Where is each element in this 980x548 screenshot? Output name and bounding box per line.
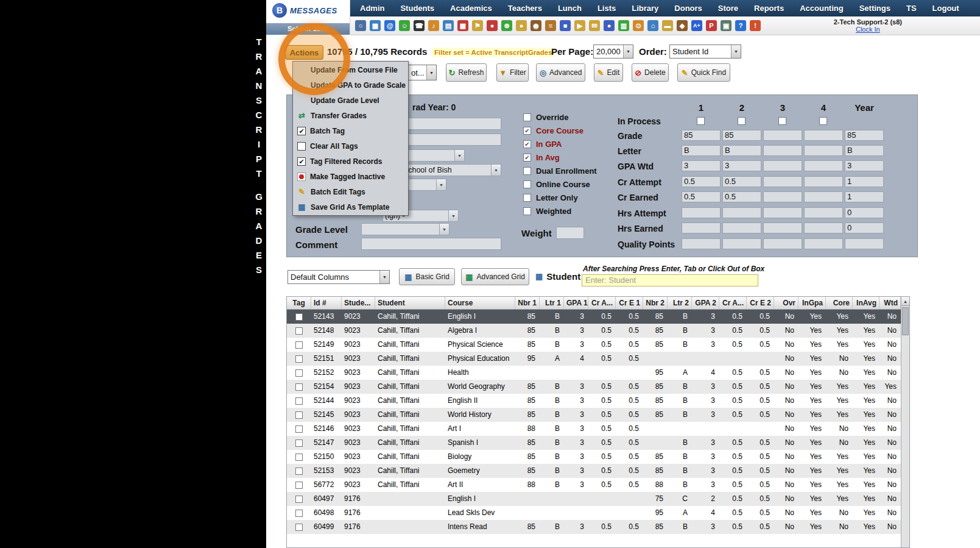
row-tag-checkbox[interactable]	[295, 468, 303, 475]
term-grid-cell[interactable]: B	[722, 145, 761, 156]
menu-item-tag-filtered-records[interactable]: ✔Tag Filtered Records	[294, 154, 407, 169]
term-grid-cell[interactable]: 0.5	[682, 176, 721, 187]
family-icon[interactable]: ◉	[531, 20, 541, 31]
row-tag-checkbox[interactable]	[295, 355, 303, 363]
term-grid-cell[interactable]	[845, 238, 884, 249]
calendar-icon[interactable]: ▦	[457, 20, 468, 31]
term-grid-cell[interactable]	[804, 160, 843, 171]
menu-item-update-from-course-file[interactable]: Update From Course File	[294, 62, 407, 77]
table-row[interactable]: 521519023Cahill, TiffaniPhysical Educati…	[287, 352, 901, 366]
nav-item-students[interactable]: Students	[400, 4, 434, 13]
term-grid-cell[interactable]	[682, 207, 721, 218]
form-checkbox-override[interactable]: Override	[523, 113, 597, 121]
form-checkbox-in-gpa[interactable]: ✔In GPA	[523, 140, 597, 148]
table-row[interactable]: 521539023Cahill, TiffaniGoemetry85B30.50…	[287, 464, 901, 478]
staff-person-icon[interactable]: ●	[604, 20, 615, 31]
checkbox-icon[interactable]: ✔	[523, 140, 531, 148]
checkbox-icon[interactable]	[523, 113, 531, 121]
menu-item-transfer-grades[interactable]: ⇄Transfer Grades	[294, 108, 407, 123]
checkbox-icon[interactable]: ✔	[523, 127, 531, 135]
menu-item-save-grid-as-template[interactable]: ▦Save Grid As Template	[294, 199, 407, 215]
row-tag-checkbox[interactable]	[295, 510, 303, 517]
table-row[interactable]: 521439023Cahill, TiffaniEnglish I85B30.5…	[287, 310, 901, 324]
chat-icon[interactable]: ☺	[399, 20, 410, 31]
term-grid-cell[interactable]	[804, 207, 843, 218]
term-grid-cell[interactable]	[804, 222, 843, 233]
term-grid-cell[interactable]	[763, 176, 802, 187]
forward-doc-icon[interactable]: ▶	[574, 20, 585, 31]
nav-item-lunch[interactable]: Lunch	[558, 4, 582, 13]
printer-icon[interactable]: ▣	[721, 20, 731, 31]
term-grid-cell[interactable]	[804, 238, 843, 249]
column-header-gpa-1[interactable]: GPA 1	[564, 297, 588, 309]
checkbox-icon[interactable]	[523, 167, 531, 175]
term-grid-cell[interactable]	[763, 222, 802, 233]
term-grid-cell[interactable]: B	[682, 145, 721, 156]
form-checkbox-core-course[interactable]: ✔Core Course	[523, 126, 597, 135]
menu-item-update-gpa-to-grade-scale[interactable]: Update GPA to Grade Scale	[294, 77, 407, 93]
term-grid-cell[interactable]	[804, 130, 843, 141]
row-tag-checkbox[interactable]	[295, 383, 303, 391]
order-select[interactable]: Student Id▼	[669, 44, 741, 59]
lunch-icon[interactable]: ≡	[545, 20, 556, 31]
table-row[interactable]: 604979176English I75C20.50.5NoYesYesYesN…	[287, 492, 901, 506]
checkbox-icon[interactable]	[523, 207, 531, 215]
column-header-course[interactable]: Course	[445, 297, 515, 309]
term-grid-cell[interactable]: 1	[845, 176, 884, 187]
form-checkbox-letter-only[interactable]: Letter Only	[523, 193, 597, 202]
notebook-icon[interactable]: ■	[560, 20, 571, 31]
table-scrollbar[interactable]: ▲	[901, 297, 909, 547]
student-red-icon[interactable]: ●	[487, 20, 498, 31]
column-header-stude[interactable]: Stude...	[342, 297, 375, 309]
term-grid-cell[interactable]	[722, 238, 761, 249]
term-grid-cell[interactable]	[804, 145, 843, 156]
table-row[interactable]: 521449023Cahill, TiffaniEnglish II85B30.…	[287, 394, 901, 408]
term-grid-cell[interactable]	[763, 130, 802, 141]
term-grid-cell[interactable]	[763, 160, 802, 171]
mobile-phone-icon[interactable]: ☎	[414, 20, 425, 31]
row-tag-checkbox[interactable]	[295, 369, 303, 377]
menu-item-make-tagged-inactive[interactable]: Make Tagged Inactive	[294, 169, 407, 184]
nav-item-settings[interactable]: Settings	[859, 4, 890, 13]
table-row[interactable]: 521509023Cahill, TiffaniBiology85B30.50.…	[287, 450, 901, 464]
term-grid-cell[interactable]	[682, 222, 721, 233]
comment-field[interactable]	[361, 238, 501, 250]
column-header-student[interactable]: Student	[375, 297, 445, 309]
checkbox-icon[interactable]: ✔	[523, 154, 531, 162]
nav-item-donors[interactable]: Donors	[674, 4, 702, 13]
checkbox-icon[interactable]	[523, 180, 531, 188]
row-tag-checkbox[interactable]	[295, 496, 303, 503]
form-checkbox-weighted[interactable]: Weighted	[523, 207, 597, 215]
column-header-inavg[interactable]: InAvg	[853, 297, 880, 309]
per-page-select[interactable]: 20,000▼	[593, 44, 633, 59]
schedule-grid-icon[interactable]: ▦	[370, 20, 381, 31]
edit-button[interactable]: ✎Edit	[594, 63, 623, 82]
menu-item-clear-all-tags[interactable]: Clear All Tags	[294, 138, 407, 154]
in-process-checkbox[interactable]	[819, 117, 827, 125]
table-row[interactable]: 521529023Cahill, TiffaniHealth95A40.50.5…	[287, 366, 901, 380]
pdf-icon[interactable]: P	[706, 20, 717, 31]
table-row[interactable]: 604989176Lead Skls Dev95A40.50.5NoYesNoY…	[287, 506, 901, 520]
quick-find-button[interactable]: ✎Quick Find	[677, 63, 730, 82]
nav-item-lists[interactable]: Lists	[598, 4, 616, 13]
row-tag-checkbox[interactable]	[295, 425, 303, 433]
table-row[interactable]: 604999176Intens Read85B30.50.585B30.50.5…	[287, 520, 901, 534]
nav-item-logout[interactable]: Logout	[932, 4, 959, 13]
term-grid-cell[interactable]	[722, 207, 761, 218]
weight-field[interactable]	[556, 227, 584, 239]
nav-item-teachers[interactable]: Teachers	[508, 4, 542, 13]
term-grid-cell[interactable]	[763, 238, 802, 249]
term-grid-cell[interactable]: 85	[845, 130, 884, 141]
nav-item-accounting[interactable]: Accounting	[800, 4, 844, 13]
term-grid-cell[interactable]	[722, 222, 761, 233]
advanced-button[interactable]: ◎Advanced	[536, 63, 585, 82]
checkbox-icon[interactable]	[523, 194, 531, 202]
term-grid-cell[interactable]: 85	[722, 130, 761, 141]
nav-item-admin[interactable]: Admin	[360, 4, 384, 13]
advanced-grid-button[interactable]: ▦Advanced Grid	[461, 268, 529, 285]
scrollbar-thumb[interactable]	[902, 307, 909, 335]
table-row[interactable]: 521469023Cahill, TiffaniArt I88B30.50.5N…	[287, 422, 901, 436]
nav-item-ts[interactable]: TS	[906, 4, 917, 13]
row-tag-checkbox[interactable]	[295, 524, 303, 531]
term-grid-cell[interactable]	[763, 207, 802, 218]
